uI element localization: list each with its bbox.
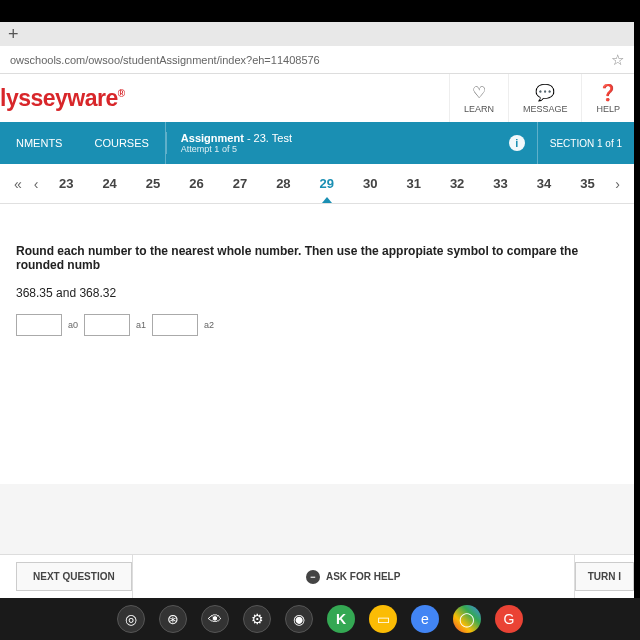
logo: lysseyware® bbox=[0, 85, 125, 112]
info-icon[interactable]: i bbox=[509, 135, 525, 151]
nav-prev-icon[interactable]: ‹ bbox=[28, 176, 45, 192]
q-35[interactable]: 35 bbox=[574, 176, 600, 191]
nav-first-icon[interactable]: « bbox=[8, 176, 28, 192]
bookmark-star-icon[interactable]: ☆ bbox=[611, 51, 624, 69]
launcher-icon[interactable]: ◎ bbox=[117, 605, 145, 633]
q-29[interactable]: 29 bbox=[314, 176, 340, 191]
message-icon: 💬 bbox=[535, 83, 555, 102]
answer-input-2[interactable] bbox=[152, 314, 198, 336]
assignment-bar: NMENTS COURSES Assignment - 23. Test Att… bbox=[0, 122, 634, 164]
app-header: lysseyware® ♡ LEARN 💬 MESSAGE ❓ HELP bbox=[0, 74, 634, 122]
q-26[interactable]: 26 bbox=[183, 176, 209, 191]
taskbar: ◎ ⊛ 👁 ⚙ ◉ K ▭ e ◯ G bbox=[0, 598, 640, 640]
url-bar[interactable]: owschools.com/owsoo/studentAssignment/in… bbox=[0, 46, 634, 74]
turn-in-button[interactable]: TURN I bbox=[575, 562, 634, 591]
answer-label-0: a0 bbox=[68, 320, 78, 330]
tab-courses[interactable]: COURSES bbox=[78, 122, 165, 164]
eye-icon[interactable]: 👁 bbox=[201, 605, 229, 633]
g-app-icon[interactable]: G bbox=[495, 605, 523, 633]
chrome-icon[interactable]: ◯ bbox=[453, 605, 481, 633]
classroom-icon[interactable]: ▭ bbox=[369, 605, 397, 633]
nav-help[interactable]: ❓ HELP bbox=[581, 74, 634, 122]
q-30[interactable]: 30 bbox=[357, 176, 383, 191]
ask-help-button[interactable]: − ASK FOR HELP bbox=[306, 570, 400, 584]
question-numbers: 23 24 25 26 27 28 29 30 31 32 33 34 35 bbox=[44, 176, 609, 191]
answer-label-1: a1 bbox=[136, 320, 146, 330]
edge-icon[interactable]: e bbox=[411, 605, 439, 633]
k-app-icon[interactable]: K bbox=[327, 605, 355, 633]
q-25[interactable]: 25 bbox=[140, 176, 166, 191]
footer-bar: NEXT QUESTION − ASK FOR HELP TURN I bbox=[0, 554, 634, 598]
q-28[interactable]: 28 bbox=[270, 176, 296, 191]
app-icon-2[interactable]: ◉ bbox=[285, 605, 313, 633]
q-23[interactable]: 23 bbox=[53, 176, 79, 191]
new-tab-button[interactable]: + bbox=[8, 24, 19, 45]
question-content: Round each number to the nearest whole n… bbox=[0, 204, 634, 484]
tab-bar: + bbox=[0, 22, 634, 46]
url-text: owschools.com/owsoo/studentAssignment/in… bbox=[10, 54, 320, 66]
nav-next-icon[interactable]: › bbox=[609, 176, 626, 192]
lightbulb-icon: ♡ bbox=[472, 83, 486, 102]
question-navigator: « ‹ 23 24 25 26 27 28 29 30 31 32 33 34 … bbox=[0, 164, 634, 204]
assignment-info: Assignment - 23. Test Attempt 1 of 5 bbox=[166, 132, 509, 154]
minus-icon: − bbox=[306, 570, 320, 584]
next-question-button[interactable]: NEXT QUESTION bbox=[16, 562, 132, 591]
q-31[interactable]: 31 bbox=[400, 176, 426, 191]
answer-input-0[interactable] bbox=[16, 314, 62, 336]
answer-row: a0 a1 a2 bbox=[16, 314, 618, 336]
tab-assignments[interactable]: NMENTS bbox=[0, 122, 78, 164]
q-32[interactable]: 32 bbox=[444, 176, 470, 191]
gear-icon[interactable]: ⚙ bbox=[243, 605, 271, 633]
question-prompt: Round each number to the nearest whole n… bbox=[16, 244, 618, 272]
q-33[interactable]: 33 bbox=[487, 176, 513, 191]
q-24[interactable]: 24 bbox=[96, 176, 122, 191]
section-label[interactable]: SECTION 1 of 1 bbox=[537, 122, 634, 164]
nav-message[interactable]: 💬 MESSAGE bbox=[508, 74, 582, 122]
q-27[interactable]: 27 bbox=[227, 176, 253, 191]
question-values: 368.35 and 368.32 bbox=[16, 286, 618, 300]
q-34[interactable]: 34 bbox=[531, 176, 557, 191]
answer-input-1[interactable] bbox=[84, 314, 130, 336]
answer-label-2: a2 bbox=[204, 320, 214, 330]
nav-learn[interactable]: ♡ LEARN bbox=[449, 74, 508, 122]
help-icon: ❓ bbox=[598, 83, 618, 102]
app-icon-1[interactable]: ⊛ bbox=[159, 605, 187, 633]
